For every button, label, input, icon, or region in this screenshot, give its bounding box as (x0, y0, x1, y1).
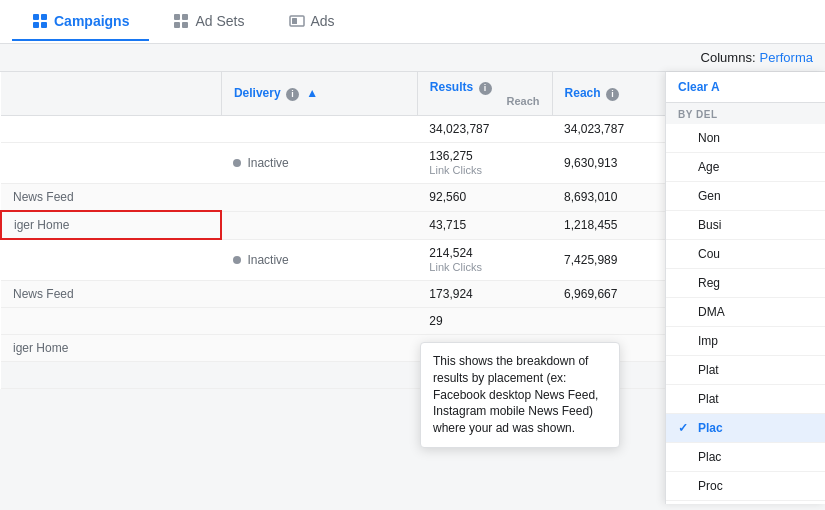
group2-results-val: 214,524 (429, 246, 472, 260)
dropdown-item-business[interactable]: Busi (666, 211, 825, 240)
dropdown-item-plat2-label: Plat (698, 392, 719, 406)
clear-all-button[interactable]: Clear A (666, 72, 825, 103)
placement1-delivery (221, 184, 417, 212)
svg-rect-1 (41, 14, 47, 20)
group1-results: 136,275 Link Clicks (417, 143, 552, 184)
top-tabs: Campaigns Ad Sets Ads (0, 0, 825, 44)
placement5-name-label: iger Home (13, 341, 68, 355)
tab-campaigns[interactable]: Campaigns (12, 3, 149, 41)
th-results[interactable]: Results i Reach (417, 72, 552, 116)
svg-rect-2 (33, 22, 39, 28)
placement3-results-val: 173,924 (429, 287, 472, 301)
th-campaign (1, 72, 221, 116)
placement4-results-val: 29 (429, 314, 442, 328)
group1-results-val: 136,275 (429, 149, 472, 163)
footer-delivery (221, 361, 417, 388)
dropdown-item-gender-label: Gen (698, 189, 721, 203)
dropdown-item-plat1[interactable]: Plat (666, 356, 825, 385)
dropdown-item-none-label: Non (698, 131, 720, 145)
tab-ads[interactable]: Ads (269, 3, 355, 41)
placement1-name: News Feed (1, 184, 221, 212)
placement3-name-label: News Feed (13, 287, 74, 301)
group2-delivery-label: Inactive (247, 253, 288, 267)
dropdown-item-dma-label: DMA (698, 305, 725, 319)
group1-results-sub: Link Clicks (429, 164, 482, 176)
dropdown-item-time1[interactable]: Tim (666, 501, 825, 504)
dropdown-item-age-label: Age (698, 160, 719, 174)
summary-results: 34,023,787 (417, 116, 552, 143)
delivery-status-2: Inactive (233, 253, 405, 267)
tab-ad-sets[interactable]: Ad Sets (153, 3, 264, 41)
dropdown-item-region-label: Reg (698, 276, 720, 290)
svg-rect-0 (33, 14, 39, 20)
summary-results-val: 34,023,787 (429, 122, 489, 136)
dropdown-item-none[interactable]: Non (666, 124, 825, 153)
dropdown-item-plat1-label: Plat (698, 363, 719, 377)
group1-delivery-label: Inactive (247, 156, 288, 170)
table-container: Delivery i ▲ Results i Reach Reach i C (0, 72, 825, 504)
placement1-reach-val: 8,693,010 (564, 190, 617, 204)
svg-rect-4 (174, 14, 180, 20)
tooltip-text: This shows the breakdown of results by p… (433, 354, 598, 435)
dropdown-item-product-label: Proc (698, 479, 723, 493)
dropdown-item-dma[interactable]: DMA (666, 298, 825, 327)
placement1-name-label: News Feed (13, 190, 74, 204)
placement3-reach-val: 6,969,667 (564, 287, 617, 301)
svg-rect-9 (292, 18, 297, 24)
dropdown-section-header: BY DEL (666, 103, 825, 124)
placement1-results: 92,560 (417, 184, 552, 212)
delivery-info-icon[interactable]: i (286, 88, 299, 101)
svg-rect-3 (41, 22, 47, 28)
placement1-results-val: 92,560 (429, 190, 466, 204)
tab-ad-sets-label: Ad Sets (195, 13, 244, 29)
dropdown-item-age[interactable]: Age (666, 153, 825, 182)
placement3-delivery (221, 280, 417, 307)
dropdown-item-impression[interactable]: Imp (666, 327, 825, 356)
placement2-reach-val: 1,218,455 (564, 218, 617, 232)
results-info-icon[interactable]: i (479, 82, 492, 95)
check-placement: ✓ (678, 421, 692, 435)
tab-ads-label: Ads (311, 13, 335, 29)
breakdown-dropdown: Clear A BY DEL Non Age Gen Busi Cou Reg (665, 72, 825, 504)
placement4-results: 29 (417, 307, 552, 334)
dropdown-item-country[interactable]: Cou (666, 240, 825, 269)
ads-icon (289, 13, 305, 29)
status-dot-1 (233, 159, 241, 167)
group2-name (1, 239, 221, 280)
placement4-name (1, 307, 221, 334)
placement2-name: iger Home (1, 211, 221, 239)
dropdown-item-region[interactable]: Reg (666, 269, 825, 298)
status-dot-2 (233, 256, 241, 264)
group1-delivery: Inactive (221, 143, 417, 184)
dropdown-item-plat2[interactable]: Plat (666, 385, 825, 414)
delivery-sort-arrow: ▲ (306, 86, 318, 100)
placement3-name: News Feed (1, 280, 221, 307)
dropdown-item-gender[interactable]: Gen (666, 182, 825, 211)
delivery-status-1: Inactive (233, 156, 405, 170)
dropdown-item-placement2-label: Plac (698, 450, 721, 464)
summary-delivery (221, 116, 417, 143)
dropdown-item-placement2[interactable]: Plac (666, 443, 825, 472)
columns-value[interactable]: Performa (760, 50, 813, 65)
group2-results-sub: Link Clicks (429, 261, 482, 273)
dropdown-item-product[interactable]: Proc (666, 472, 825, 501)
th-results-label: Results (430, 80, 473, 94)
th-reach-label: Reach (565, 86, 601, 100)
svg-rect-5 (182, 14, 188, 20)
dropdown-item-placement-label: Plac (698, 421, 723, 435)
dropdown-item-placement[interactable]: ✓ Plac (666, 414, 825, 443)
dropdown-item-country-label: Cou (698, 247, 720, 261)
th-delivery[interactable]: Delivery i ▲ (221, 72, 417, 116)
columns-bar: Columns: Performa (0, 44, 825, 72)
placement-tooltip: This shows the breakdown of results by p… (420, 342, 620, 448)
campaigns-icon (32, 13, 48, 29)
placement2-results: 43,715 (417, 211, 552, 239)
group1-reach-val: 9,630,913 (564, 156, 617, 170)
placement3-results: 173,924 (417, 280, 552, 307)
footer-name (1, 361, 221, 388)
summary-reach-val: 34,023,787 (564, 122, 624, 136)
placement2-name-label: iger Home (14, 218, 69, 232)
reach-info-icon[interactable]: i (606, 88, 619, 101)
group2-reach-val: 7,425,989 (564, 253, 617, 267)
tab-campaigns-label: Campaigns (54, 13, 129, 29)
